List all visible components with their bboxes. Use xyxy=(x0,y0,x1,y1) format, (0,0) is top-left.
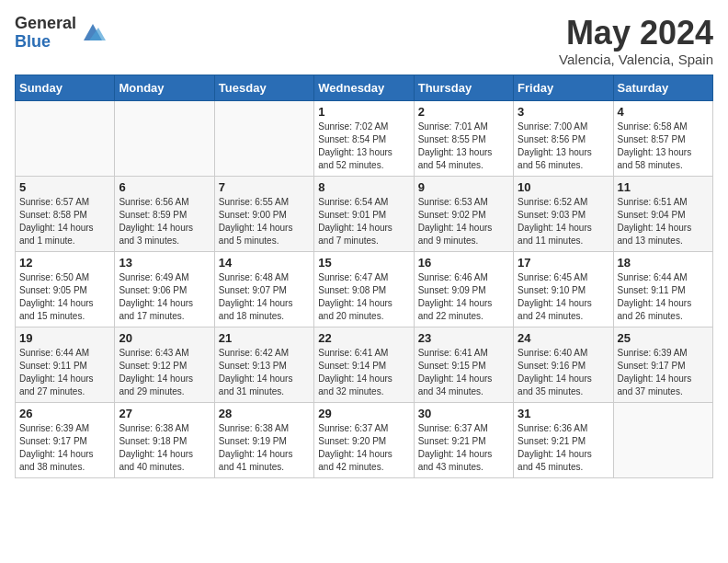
day-info: Sunrise: 6:40 AM Sunset: 9:16 PM Dayligh… xyxy=(518,347,609,398)
day-info: Sunrise: 6:38 AM Sunset: 9:19 PM Dayligh… xyxy=(219,422,310,474)
day-number: 12 xyxy=(19,256,110,270)
calendar-week-row: 26Sunrise: 6:39 AM Sunset: 9:17 PM Dayli… xyxy=(16,402,713,477)
day-number: 20 xyxy=(119,331,210,345)
day-info: Sunrise: 6:37 AM Sunset: 9:20 PM Dayligh… xyxy=(318,422,409,474)
calendar-cell xyxy=(16,100,115,176)
day-info: Sunrise: 6:44 AM Sunset: 9:11 PM Dayligh… xyxy=(19,347,110,398)
calendar-cell: 20Sunrise: 6:43 AM Sunset: 9:12 PM Dayli… xyxy=(115,327,214,402)
calendar-cell: 28Sunrise: 6:38 AM Sunset: 9:19 PM Dayli… xyxy=(214,402,313,477)
calendar-cell: 26Sunrise: 6:39 AM Sunset: 9:17 PM Dayli… xyxy=(16,402,115,477)
calendar-cell: 4Sunrise: 6:58 AM Sunset: 8:57 PM Daylig… xyxy=(613,100,712,176)
day-info: Sunrise: 6:36 AM Sunset: 9:21 PM Dayligh… xyxy=(518,422,609,474)
col-monday: Monday xyxy=(115,75,214,100)
calendar-cell: 31Sunrise: 6:36 AM Sunset: 9:21 PM Dayli… xyxy=(514,402,613,477)
day-info: Sunrise: 7:01 AM Sunset: 8:55 PM Dayligh… xyxy=(418,121,509,172)
day-info: Sunrise: 6:39 AM Sunset: 9:17 PM Dayligh… xyxy=(19,422,110,474)
day-number: 31 xyxy=(518,407,609,420)
day-info: Sunrise: 6:46 AM Sunset: 9:09 PM Dayligh… xyxy=(418,271,509,323)
location: Valencia, Valencia, Spain xyxy=(559,52,713,67)
day-info: Sunrise: 6:58 AM Sunset: 8:57 PM Dayligh… xyxy=(618,121,709,172)
title-block: May 2024 Valencia, Valencia, Spain xyxy=(559,15,713,67)
calendar-cell xyxy=(214,100,313,176)
day-number: 30 xyxy=(418,407,509,420)
day-info: Sunrise: 6:41 AM Sunset: 9:15 PM Dayligh… xyxy=(418,347,509,398)
calendar-cell: 30Sunrise: 6:37 AM Sunset: 9:21 PM Dayli… xyxy=(414,402,513,477)
col-wednesday: Wednesday xyxy=(314,75,414,100)
day-info: Sunrise: 6:54 AM Sunset: 9:01 PM Dayligh… xyxy=(318,196,409,247)
calendar-header: Sunday Monday Tuesday Wednesday Thursday… xyxy=(16,75,713,100)
calendar-cell: 23Sunrise: 6:41 AM Sunset: 9:15 PM Dayli… xyxy=(414,327,513,402)
day-info: Sunrise: 7:02 AM Sunset: 8:54 PM Dayligh… xyxy=(318,121,409,172)
calendar-cell: 25Sunrise: 6:39 AM Sunset: 9:17 PM Dayli… xyxy=(613,327,712,402)
day-info: Sunrise: 6:39 AM Sunset: 9:17 PM Dayligh… xyxy=(618,347,709,398)
day-number: 26 xyxy=(19,407,110,420)
logo-general-text: General xyxy=(15,15,76,33)
day-info: Sunrise: 6:45 AM Sunset: 9:10 PM Dayligh… xyxy=(518,271,609,323)
calendar-cell: 21Sunrise: 6:42 AM Sunset: 9:13 PM Dayli… xyxy=(214,327,313,402)
day-number: 21 xyxy=(219,331,310,345)
calendar-cell: 13Sunrise: 6:49 AM Sunset: 9:06 PM Dayli… xyxy=(115,251,214,327)
calendar-table: Sunday Monday Tuesday Wednesday Thursday… xyxy=(15,75,713,478)
logo-icon xyxy=(80,20,106,46)
calendar-cell: 10Sunrise: 6:52 AM Sunset: 9:03 PM Dayli… xyxy=(514,176,613,251)
day-info: Sunrise: 6:51 AM Sunset: 9:04 PM Dayligh… xyxy=(618,196,709,247)
day-number: 23 xyxy=(418,331,509,345)
month-title: May 2024 xyxy=(559,15,713,52)
calendar-cell: 11Sunrise: 6:51 AM Sunset: 9:04 PM Dayli… xyxy=(613,176,712,251)
col-tuesday: Tuesday xyxy=(214,75,313,100)
day-number: 8 xyxy=(318,180,409,194)
calendar-cell: 17Sunrise: 6:45 AM Sunset: 9:10 PM Dayli… xyxy=(514,251,613,327)
day-number: 17 xyxy=(518,256,609,270)
day-number: 19 xyxy=(19,331,110,345)
day-info: Sunrise: 6:52 AM Sunset: 9:03 PM Dayligh… xyxy=(518,196,609,247)
col-friday: Friday xyxy=(514,75,613,100)
calendar-cell: 12Sunrise: 6:50 AM Sunset: 9:05 PM Dayli… xyxy=(16,251,115,327)
logo: General Blue xyxy=(15,15,106,52)
calendar-week-row: 12Sunrise: 6:50 AM Sunset: 9:05 PM Dayli… xyxy=(16,251,713,327)
weekday-row: Sunday Monday Tuesday Wednesday Thursday… xyxy=(16,75,713,100)
calendar-body: 1Sunrise: 7:02 AM Sunset: 8:54 PM Daylig… xyxy=(16,100,713,477)
day-number: 15 xyxy=(318,256,409,270)
day-info: Sunrise: 6:37 AM Sunset: 9:21 PM Dayligh… xyxy=(418,422,509,474)
calendar-cell: 1Sunrise: 7:02 AM Sunset: 8:54 PM Daylig… xyxy=(314,100,414,176)
day-info: Sunrise: 6:57 AM Sunset: 8:58 PM Dayligh… xyxy=(19,196,110,247)
day-number: 2 xyxy=(418,105,509,119)
calendar-cell: 29Sunrise: 6:37 AM Sunset: 9:20 PM Dayli… xyxy=(314,402,414,477)
calendar-cell xyxy=(115,100,214,176)
calendar-week-row: 5Sunrise: 6:57 AM Sunset: 8:58 PM Daylig… xyxy=(16,176,713,251)
day-number: 4 xyxy=(618,105,709,119)
col-thursday: Thursday xyxy=(414,75,513,100)
day-number: 24 xyxy=(518,331,609,345)
day-number: 16 xyxy=(418,256,509,270)
calendar-cell: 3Sunrise: 7:00 AM Sunset: 8:56 PM Daylig… xyxy=(514,100,613,176)
calendar-cell: 19Sunrise: 6:44 AM Sunset: 9:11 PM Dayli… xyxy=(16,327,115,402)
day-info: Sunrise: 6:56 AM Sunset: 8:59 PM Dayligh… xyxy=(119,196,210,247)
day-info: Sunrise: 6:42 AM Sunset: 9:13 PM Dayligh… xyxy=(219,347,310,398)
day-number: 18 xyxy=(618,256,709,270)
day-info: Sunrise: 6:55 AM Sunset: 9:00 PM Dayligh… xyxy=(219,196,310,247)
day-info: Sunrise: 6:50 AM Sunset: 9:05 PM Dayligh… xyxy=(19,271,110,323)
day-number: 22 xyxy=(318,331,409,345)
calendar-week-row: 19Sunrise: 6:44 AM Sunset: 9:11 PM Dayli… xyxy=(16,327,713,402)
day-number: 6 xyxy=(119,180,210,194)
calendar-cell: 5Sunrise: 6:57 AM Sunset: 8:58 PM Daylig… xyxy=(16,176,115,251)
calendar-cell: 2Sunrise: 7:01 AM Sunset: 8:55 PM Daylig… xyxy=(414,100,513,176)
day-number: 10 xyxy=(518,180,609,194)
page-header: General Blue May 2024 Valencia, Valencia… xyxy=(15,15,713,67)
calendar-cell: 15Sunrise: 6:47 AM Sunset: 9:08 PM Dayli… xyxy=(314,251,414,327)
day-number: 1 xyxy=(318,105,409,119)
day-number: 29 xyxy=(318,407,409,420)
calendar-cell xyxy=(613,402,712,477)
day-number: 25 xyxy=(618,331,709,345)
day-number: 9 xyxy=(418,180,509,194)
day-info: Sunrise: 6:44 AM Sunset: 9:11 PM Dayligh… xyxy=(618,271,709,323)
day-info: Sunrise: 6:43 AM Sunset: 9:12 PM Dayligh… xyxy=(119,347,210,398)
day-number: 28 xyxy=(219,407,310,420)
day-info: Sunrise: 6:53 AM Sunset: 9:02 PM Dayligh… xyxy=(418,196,509,247)
calendar-cell: 8Sunrise: 6:54 AM Sunset: 9:01 PM Daylig… xyxy=(314,176,414,251)
calendar-cell: 6Sunrise: 6:56 AM Sunset: 8:59 PM Daylig… xyxy=(115,176,214,251)
day-number: 13 xyxy=(119,256,210,270)
day-info: Sunrise: 6:48 AM Sunset: 9:07 PM Dayligh… xyxy=(219,271,310,323)
day-number: 7 xyxy=(219,180,310,194)
day-info: Sunrise: 6:47 AM Sunset: 9:08 PM Dayligh… xyxy=(318,271,409,323)
